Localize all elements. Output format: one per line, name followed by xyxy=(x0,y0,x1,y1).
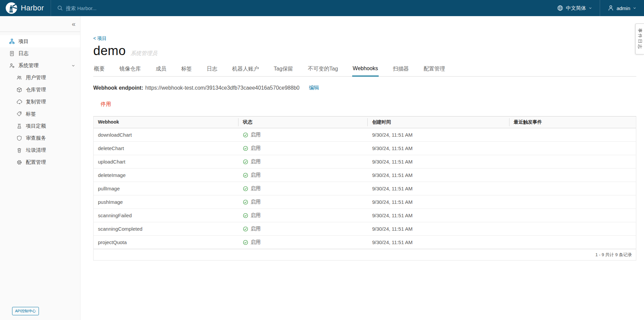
tab-repositories[interactable]: 镜像仓库 xyxy=(119,63,142,77)
endpoint-url: https://webhook-test.com/39134ce3dfb73ca… xyxy=(145,85,300,91)
column-header-webhook[interactable]: Webhook xyxy=(94,117,238,128)
check-circle-icon xyxy=(243,199,248,205)
last-event-cell xyxy=(509,182,636,195)
sidebar: « 项目 xyxy=(0,16,80,320)
check-circle-icon xyxy=(243,159,248,165)
sidebar-item-registries[interactable]: 仓库管理 xyxy=(0,84,80,96)
sidebar-item-logs[interactable]: 日志 xyxy=(0,47,80,59)
last-event-cell xyxy=(509,209,636,222)
last-event-cell xyxy=(509,222,636,235)
sidebar-item-label: 复制管理 xyxy=(26,99,46,105)
status-label: 启用 xyxy=(251,239,261,245)
language-selector[interactable]: 中文简体 xyxy=(549,0,600,16)
tab-scanner[interactable]: 扫描器 xyxy=(392,63,410,77)
check-circle-icon xyxy=(243,146,248,151)
webhooks-table: Webhook 状态 创建时间 最近触发事件 downloadChart 启用 xyxy=(93,116,636,261)
sidebar-item-projects[interactable]: 项目 xyxy=(0,35,80,47)
tab-immutable-tag[interactable]: 不可变的Tag xyxy=(307,63,339,77)
globe-icon xyxy=(557,5,564,11)
table-body: downloadChart 启用 9/30/24, 11:51 AM delet… xyxy=(94,128,636,249)
table-row[interactable]: deleteChart 启用 9/30/24, 11:51 AM xyxy=(94,142,636,155)
tab-tag-retention[interactable]: Tag保留 xyxy=(273,63,294,77)
status-label: 启用 xyxy=(251,132,261,138)
edit-endpoint-link[interactable]: 编辑 xyxy=(309,85,319,91)
last-event-cell xyxy=(509,195,636,209)
collapse-sidebar-icon[interactable]: « xyxy=(72,20,75,27)
sidebar-item-label: 审查服务 xyxy=(26,135,46,141)
status-label: 启用 xyxy=(251,185,261,192)
sidebar-item-label: 用户管理 xyxy=(26,75,46,81)
table-row[interactable]: pushImage 启用 9/30/24, 11:51 AM xyxy=(94,195,636,209)
webhook-name-cell: downloadChart xyxy=(94,128,238,141)
status-label: 启用 xyxy=(251,158,261,165)
table-footer: 1 - 9 共计 9 条记录 xyxy=(94,249,636,260)
table-row[interactable]: scanningCompleted 启用 9/30/24, 11:51 AM xyxy=(94,222,636,236)
table-row[interactable]: deleteImage 启用 9/30/24, 11:51 AM xyxy=(94,169,636,182)
tab-summary[interactable]: 概要 xyxy=(93,63,105,77)
api-explorer-button[interactable]: API控制中心 xyxy=(12,307,39,315)
status-label: 启用 xyxy=(251,145,261,151)
sidebar-item-label: 系统管理 xyxy=(18,62,39,69)
tab-labels[interactable]: 标签 xyxy=(180,63,193,77)
search-icon xyxy=(57,5,63,11)
column-header-last-event[interactable]: 最近触发事件 xyxy=(509,117,636,128)
table-row[interactable]: projectQuota 启用 9/30/24, 11:51 AM xyxy=(94,236,636,249)
created-cell: 9/30/24, 11:51 AM xyxy=(368,169,509,182)
webhook-name-cell: pushImage xyxy=(94,195,238,209)
status-label: 启用 xyxy=(251,172,261,178)
brand-name: Harbor xyxy=(21,4,44,12)
quota-icon xyxy=(16,123,22,129)
tab-configuration[interactable]: 配置管理 xyxy=(423,63,446,77)
webhook-endpoint-row: Webhook endpoint: https://webhook-test.c… xyxy=(93,85,636,91)
disable-webhook-button[interactable]: 停用 xyxy=(100,100,112,109)
side-panel-tab-label: 事件日志 xyxy=(637,28,643,50)
main-content: < 项目 demo 系统管理员 概要 镜像仓库 成员 标签 日志 机器人账户 T… xyxy=(80,16,644,320)
cloud-icon xyxy=(16,99,22,105)
side-panel-tab[interactable]: 事件日志 xyxy=(635,24,644,54)
status-cell: 启用 xyxy=(238,209,368,222)
breadcrumb-back-to-projects[interactable]: < 项目 xyxy=(93,36,107,42)
status-cell: 启用 xyxy=(238,142,368,155)
harbor-lighthouse-icon xyxy=(5,2,17,14)
column-header-status[interactable]: 状态 xyxy=(238,117,368,128)
sidebar-item-administration[interactable]: 系统管理 xyxy=(0,59,80,72)
trash-icon xyxy=(16,147,22,153)
search-input[interactable] xyxy=(66,5,166,11)
tab-webhooks[interactable]: Webhooks xyxy=(352,63,379,77)
sidebar-item-configuration[interactable]: 配置管理 xyxy=(0,156,80,168)
sidebar-item-garbage-collection[interactable]: 垃圾清理 xyxy=(0,144,80,156)
check-circle-icon xyxy=(243,240,248,245)
tab-members[interactable]: 成员 xyxy=(155,63,167,77)
tab-logs[interactable]: 日志 xyxy=(206,63,218,77)
created-cell: 9/30/24, 11:51 AM xyxy=(368,142,509,155)
harbor-brand[interactable]: Harbor xyxy=(0,0,51,16)
gear-icon xyxy=(16,159,22,165)
user-menu[interactable]: admin xyxy=(600,0,644,16)
person-icon xyxy=(607,5,614,11)
status-label: 启用 xyxy=(251,226,261,232)
sidebar-item-project-quotas[interactable]: 项目定额 xyxy=(0,120,80,132)
created-cell: 9/30/24, 11:51 AM xyxy=(368,182,509,195)
sidebar-item-label: 仓库管理 xyxy=(26,87,46,93)
sidebar-item-users[interactable]: 用户管理 xyxy=(0,72,80,84)
webhook-name-cell: scanningFailed xyxy=(94,209,238,222)
check-circle-icon xyxy=(243,186,248,191)
header-right: 中文简体 admin xyxy=(549,0,644,16)
table-row[interactable]: scanningFailed 启用 9/30/24, 11:51 AM xyxy=(94,209,636,222)
sidebar-nav: 项目 日志 xyxy=(0,32,80,168)
table-row[interactable]: uploadChart 启用 9/30/24, 11:51 AM xyxy=(94,155,636,169)
sidebar-item-interrogation-services[interactable]: 审查服务 xyxy=(0,132,80,144)
sidebar-item-label: 垃圾清理 xyxy=(26,147,46,153)
table-row[interactable]: downloadChart 启用 9/30/24, 11:51 AM xyxy=(94,128,636,142)
sidebar-item-label: 项目定额 xyxy=(26,123,46,129)
tab-robot-accounts[interactable]: 机器人账户 xyxy=(231,63,260,77)
table-row[interactable]: pullImage 启用 9/30/24, 11:51 AM xyxy=(94,182,636,195)
column-header-created[interactable]: 创建时间 xyxy=(368,117,509,128)
sidebar-item-replications[interactable]: 复制管理 xyxy=(0,96,80,108)
sidebar-item-labels[interactable]: 标签 xyxy=(0,108,80,120)
project-tabs: 概要 镜像仓库 成员 标签 日志 机器人账户 Tag保留 不可变的Tag Web… xyxy=(93,63,636,77)
table-header-row: Webhook 状态 创建时间 最近触发事件 xyxy=(94,117,636,128)
created-cell: 9/30/24, 11:51 AM xyxy=(368,209,509,222)
created-cell: 9/30/24, 11:51 AM xyxy=(368,195,509,209)
role-badge: 系统管理员 xyxy=(130,50,157,57)
